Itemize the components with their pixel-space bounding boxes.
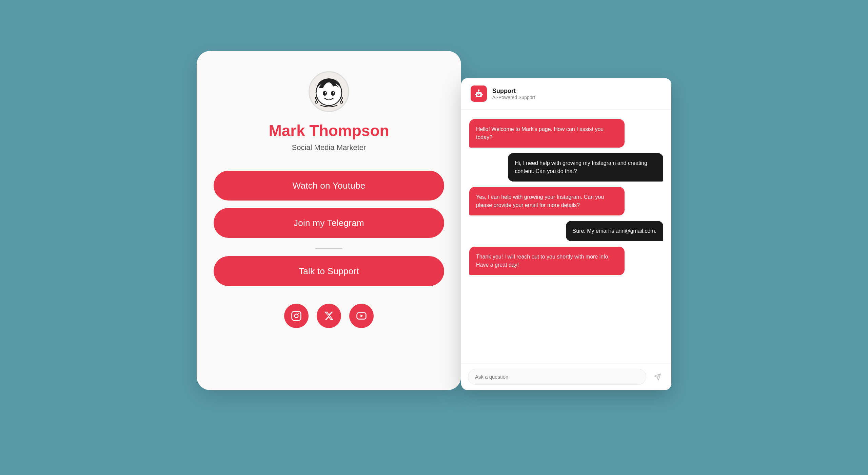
chat-send-button[interactable] [650,370,665,384]
chat-input-area [461,363,671,390]
svg-point-13 [298,313,299,314]
svg-marker-15 [360,315,363,317]
instagram-button[interactable] [284,304,309,328]
divider [315,248,342,249]
chat-title: Support [492,88,535,95]
svg-point-12 [295,314,298,318]
svg-point-2 [331,91,335,96]
youtube-social-button[interactable] [349,304,374,328]
chat-message-1: Hi, I need help with growing my Instagra… [508,153,663,182]
twitter-button[interactable] [317,304,341,328]
svg-point-5 [315,97,317,99]
telegram-button[interactable]: Join my Telegram [214,208,444,238]
svg-rect-17 [477,94,478,95]
chat-messages: Hello! Welcome to Mark's page. How can I… [461,110,671,363]
svg-point-10 [340,101,343,103]
profile-name: Mark Thompson [269,121,389,140]
chat-widget: Support AI-Powered Support Hello! Welcom… [461,78,671,390]
chat-input[interactable] [468,369,646,385]
support-button[interactable]: Talk to Support [214,256,444,286]
chat-header-info: Support AI-Powered Support [492,88,535,100]
svg-rect-19 [477,95,480,96]
chat-message-4: Thank you! I will reach out to you short… [469,247,625,275]
youtube-button[interactable]: Watch on Youtube [214,171,444,201]
profile-title: Social Media Marketer [292,143,366,152]
svg-rect-16 [476,92,482,97]
robot-icon [471,86,487,102]
svg-point-3 [325,92,326,94]
svg-point-6 [340,97,342,99]
chat-subtitle: AI-Powered Support [492,95,535,100]
social-icons [284,304,374,328]
chat-message-3: Sure. My email is ann@gmail.com. [566,221,663,241]
svg-point-4 [333,92,334,94]
chat-message-2: Yes, I can help with growing your Instag… [469,187,625,215]
chat-header: Support AI-Powered Support [461,78,671,110]
svg-rect-18 [479,94,480,95]
svg-point-9 [315,101,318,103]
svg-point-1 [323,91,327,96]
chat-message-0: Hello! Welcome to Mark's page. How can I… [469,119,625,148]
svg-rect-11 [292,311,301,321]
profile-card: Mark Thompson Social Media Marketer Watc… [197,51,461,390]
avatar [309,71,349,112]
svg-point-21 [478,90,480,91]
